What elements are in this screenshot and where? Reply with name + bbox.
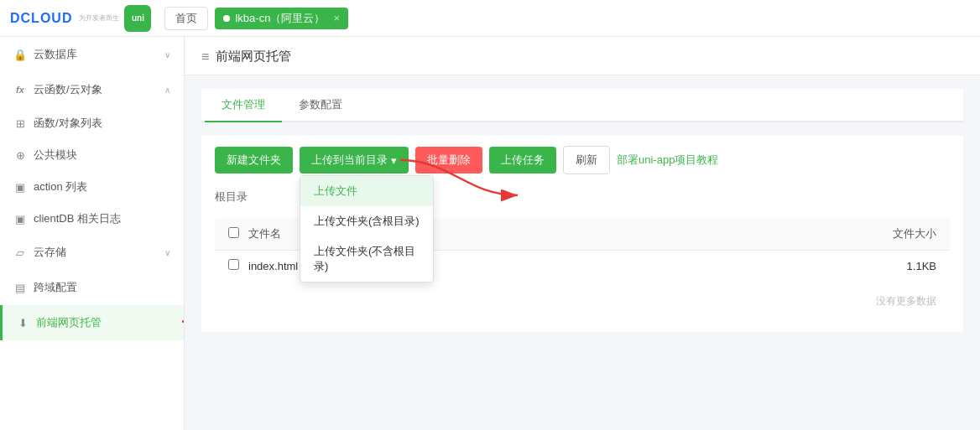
main-body: 文件管理 参数配置 新建文件夹 上传到当前目录 ▾ 上传文件 [185,75,980,345]
tab-dot [223,15,230,22]
sidebar-label-action-list: action 列表 [34,179,87,194]
row-check [228,259,248,272]
batch-delete-button[interactable]: 批量删除 [415,147,482,174]
tab-home[interactable]: 首页 [164,7,208,30]
page-title: 前端网页托管 [216,49,291,65]
hosting-icon: ⬇ [16,316,29,329]
chevron-storage-icon: ∨ [164,248,170,257]
upload-task-button[interactable]: 上传任务 [489,147,556,174]
no-more-data: 没有更多数据 [215,281,950,322]
sidebar-label-cloud-db: 云数据库 [34,47,77,62]
storage-icon: ▱ [13,246,27,259]
sidebar-label-frontend-hosting: 前端网页托管 [36,315,102,330]
uni-logo: uni [124,5,151,32]
sidebar-label-public-module: 公共模块 [34,148,77,163]
logo: DCLOUD 为开发者而生 uni [10,5,151,32]
sidebar-item-cloud-storage[interactable]: ▱ 云存储 ∨ [0,235,184,270]
main-header: ≡ 前端网页托管 [185,37,980,75]
dropdown-upload-folder-root[interactable]: 上传文件夹(含根目录) [300,206,433,236]
sidebar-item-public-module[interactable]: ⊕ 公共模块 [0,139,184,171]
sidebar-label-cors-config: 跨域配置 [34,280,77,295]
deploy-link[interactable]: 部署uni-app项目教程 [617,153,718,168]
select-all-checkbox[interactable] [228,227,239,238]
header-check [228,227,248,241]
sidebar-label-cloud-storage: 云存储 [34,245,66,260]
chevron-down-icon: ∨ [164,50,170,60]
layout: 🔒 云数据库 ∨ fx 云函数/云对象 ∧ ⊞ 函数/对象列表 ⊕ 公共模块 ▣… [0,37,980,430]
tab-close-icon[interactable]: × [333,12,340,24]
topbar: DCLOUD 为开发者而生 uni 首页 lkba-cn（阿里云） × [0,0,980,37]
log-icon: ▣ [13,212,27,225]
hamburger-icon[interactable]: ≡ [201,49,209,65]
dropdown-upload-file[interactable]: 上传文件 [300,176,433,206]
sidebar-item-cors-config[interactable]: ▤ 跨域配置 [0,270,184,305]
upload-to-current-button[interactable]: 上传到当前目录 ▾ [300,147,409,174]
logo-dcloud: DCLOUD [10,11,72,26]
chevron-up-icon: ∧ [164,85,170,95]
sidebar-label-clientdb-log: clientDB 相关日志 [34,211,121,226]
new-folder-button[interactable]: 新建文件夹 [215,147,293,174]
tab-param-config[interactable]: 参数配置 [282,89,359,122]
sidebar-label-func-list: 函数/对象列表 [34,116,102,131]
sidebar-item-cloud-db[interactable]: 🔒 云数据库 ∨ [0,37,184,72]
sidebar-item-action-list[interactable]: ▣ action 列表 [0,171,184,203]
grid-icon: ⊞ [13,117,27,130]
main-content-area: ≡ 前端网页托管 文件管理 参数配置 新建文件夹 上传到当前目录 ▾ [185,37,980,430]
upload-dropdown-container: 上传到当前目录 ▾ 上传文件 上传文件夹(含根目录) 上传文件夹(不含根目录) [300,147,409,174]
sidebar-item-cloud-func[interactable]: fx 云函数/云对象 ∧ [0,72,184,107]
sidebar-item-frontend-hosting[interactable]: ⬇ 前端网页托管 [0,305,184,340]
lock-icon: 🔒 [13,48,27,61]
col-size-header: 文件大小 [836,226,936,241]
tab-active[interactable]: lkba-cn（阿里云） × [215,8,348,29]
toolbar: 新建文件夹 上传到当前目录 ▾ 上传文件 上传文件夹(含根目录) 上传文件夹(不… [215,146,950,174]
sidebar-label-cloud-func: 云函数/云对象 [34,82,102,97]
tab-active-label: lkba-cn（阿里云） [235,11,325,26]
action-icon: ▣ [13,180,27,194]
logo-sub: 为开发者而生 [79,13,119,23]
fx-icon: fx [13,83,27,96]
cors-icon: ▤ [13,281,27,294]
toolbar-area: 新建文件夹 上传到当前目录 ▾ 上传文件 上传文件夹(含根目录) 上传文件夹(不… [201,136,963,332]
sidebar: 🔒 云数据库 ∨ fx 云函数/云对象 ∧ ⊞ 函数/对象列表 ⊕ 公共模块 ▣… [0,37,185,430]
sidebar-frontend-hosting-wrapper: ⬇ 前端网页托管 [0,305,184,340]
row-checkbox[interactable] [228,259,239,270]
file-size: 1.1KB [836,260,936,272]
dropdown-arrow-icon: ▾ [391,154,397,167]
refresh-button[interactable]: 刷新 [563,146,610,174]
upload-dropdown-menu: 上传文件 上传文件夹(含根目录) 上传文件夹(不含根目录) [300,175,434,282]
sidebar-item-clientdb-log[interactable]: ▣ clientDB 相关日志 [0,203,184,235]
dropdown-upload-folder-noroot[interactable]: 上传文件夹(不含根目录) [300,236,433,282]
tab-file-manage[interactable]: 文件管理 [205,89,282,122]
sidebar-item-func-list[interactable]: ⊞ 函数/对象列表 [0,107,184,139]
tabs-bar: 文件管理 参数配置 [201,89,963,122]
module-icon: ⊕ [13,148,27,162]
